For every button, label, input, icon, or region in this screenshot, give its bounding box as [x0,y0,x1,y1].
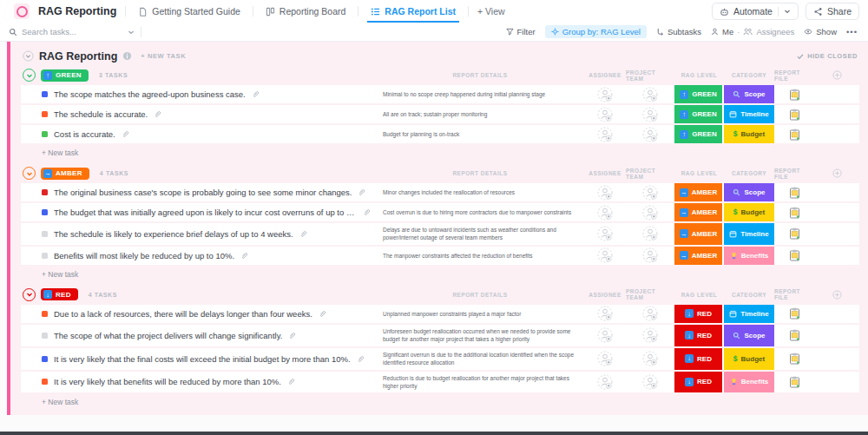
add-assignee-avatar[interactable] [597,205,613,221]
category-badge[interactable]: Benefits [724,372,774,393]
add-project-team-avatar[interactable] [642,374,658,390]
collapse-group-icon[interactable] [23,69,36,82]
new-task-link[interactable]: + New task [21,267,859,279]
task-status-icon[interactable] [42,189,48,195]
category-badge[interactable]: Scope [724,325,774,346]
paperclip-icon[interactable] [288,332,296,339]
rag-level-badge[interactable]: ↓ RED [674,372,724,393]
rag-level-badge[interactable]: ↑ GREEN [674,105,724,123]
task-row[interactable]: It is very likely that the final costs w… [21,348,859,370]
paperclip-icon[interactable] [122,130,129,138]
report-file-icon[interactable] [789,376,800,388]
add-view-button[interactable]: + View [477,6,505,16]
task-status-icon[interactable] [42,209,48,215]
task-name[interactable]: The scope of what the project delivers w… [54,331,282,340]
task-status-icon[interactable] [42,111,48,117]
add-assignee-avatar[interactable] [597,327,613,343]
task-name[interactable]: It is very likely that the final costs w… [54,354,351,364]
category-badge[interactable]: Timeline [724,223,774,245]
report-file-icon[interactable] [789,109,800,121]
rag-group-badge[interactable]: ↑ GREEN [41,69,89,82]
rag-level-badge[interactable]: ↑ GREEN [674,85,724,103]
category-badge[interactable]: $ Budget [724,348,774,370]
category-badge[interactable]: Benefits [724,247,774,265]
add-project-team-avatar[interactable] [642,185,658,201]
add-assignee-avatar[interactable] [597,87,613,102]
task-row[interactable]: Due to a lack of resources, there will b… [21,305,859,323]
task-name[interactable]: The budget that was initially agreed upo… [54,208,357,217]
task-status-icon[interactable] [42,231,48,237]
task-row[interactable]: The schedule is accurate. All are on tra… [21,105,859,123]
hide-closed-toggle[interactable]: HIDE CLOSED [797,52,858,60]
task-row[interactable]: The budget that was initially agreed upo… [21,203,859,221]
task-name[interactable]: Cost is accurate. [54,129,115,139]
add-assignee-avatar[interactable] [597,306,613,321]
task-name[interactable]: It is very likely that benefits will be … [54,377,281,386]
task-row[interactable]: The original business case's scope is pr… [21,183,859,201]
paperclip-icon[interactable] [252,90,260,98]
task-name[interactable]: Benefits will most likely be reduced by … [54,251,234,260]
report-file-icon[interactable] [789,227,800,240]
add-project-team-avatar[interactable] [642,127,658,142]
add-project-team-avatar[interactable] [642,205,658,221]
new-task-link[interactable]: + New task [21,145,859,157]
report-file-icon[interactable] [789,329,800,341]
paperclip-icon[interactable] [357,355,365,363]
rag-level-badge[interactable]: → AMBER [674,203,724,221]
paperclip-icon[interactable] [240,252,248,260]
task-status-icon[interactable] [42,253,48,259]
task-name[interactable]: Due to a lack of resources, there will b… [54,309,312,319]
task-name[interactable]: The scope matches the agreed-upon busine… [54,89,246,99]
more-options-button[interactable]: ••• [846,27,858,36]
me-filter-button[interactable]: Me · Assignees [711,27,794,36]
rag-level-badge[interactable]: → AMBER [674,247,724,265]
report-file-icon[interactable] [789,249,800,261]
assignees-label[interactable]: Assignees [756,27,794,36]
add-project-team-avatar[interactable] [642,327,658,343]
task-status-icon[interactable] [42,91,48,97]
add-project-team-avatar[interactable] [642,306,658,321]
task-status-icon[interactable] [42,356,48,362]
share-button[interactable]: Share [806,3,859,20]
report-file-icon[interactable] [789,353,800,365]
tab-reporting-board[interactable]: Reporting Board [262,0,349,23]
category-badge[interactable]: Timeline [724,305,774,323]
add-column-icon[interactable] [832,168,842,178]
task-row[interactable]: Benefits will most likely be reduced by … [21,247,859,265]
add-project-team-avatar[interactable] [642,351,658,366]
rag-group-badge[interactable]: → AMBER [41,168,89,180]
task-status-icon[interactable] [42,379,48,385]
add-column-icon[interactable] [832,290,842,300]
rag-level-badge[interactable]: → AMBER [674,223,724,245]
group-by-button[interactable]: Group by: RAG Level [545,25,647,38]
category-badge[interactable]: $ Budget [724,125,774,143]
paperclip-icon[interactable] [154,110,161,118]
task-row[interactable]: The scope of what the project delivers w… [21,325,859,346]
tab-rag-report-list[interactable]: RAG Report List [367,0,459,23]
rag-level-badge[interactable]: ↑ GREEN [674,125,724,143]
report-file-icon[interactable] [789,89,800,101]
subtasks-button[interactable]: Subtasks [656,27,701,36]
category-badge[interactable]: $ Budget [724,203,774,221]
paperclip-icon[interactable] [287,378,295,386]
report-file-icon[interactable] [789,129,800,141]
task-name[interactable]: The schedule is accurate. [54,109,148,119]
filter-button[interactable]: Filter [506,27,536,36]
rag-level-badge[interactable]: → AMBER [674,183,724,201]
new-task-link[interactable]: + New task [21,394,859,406]
collapse-group-icon[interactable] [23,167,36,180]
rag-level-badge[interactable]: ↓ RED [674,348,724,370]
collapse-list-icon[interactable] [23,50,34,62]
report-file-icon[interactable] [789,307,800,320]
paperclip-icon[interactable] [299,230,307,238]
add-assignee-avatar[interactable] [597,107,613,122]
add-column-icon[interactable] [832,70,842,80]
task-name[interactable]: The original business case's scope is pr… [54,188,352,197]
add-assignee-avatar[interactable] [597,127,613,142]
add-project-team-avatar[interactable] [642,226,658,241]
report-file-icon[interactable] [789,207,800,219]
search-input[interactable]: Search tasks... [9,27,122,36]
category-badge[interactable]: Scope [724,183,774,201]
category-badge[interactable]: Scope [724,85,774,103]
rag-group-badge[interactable]: ↓ RED [41,288,78,300]
